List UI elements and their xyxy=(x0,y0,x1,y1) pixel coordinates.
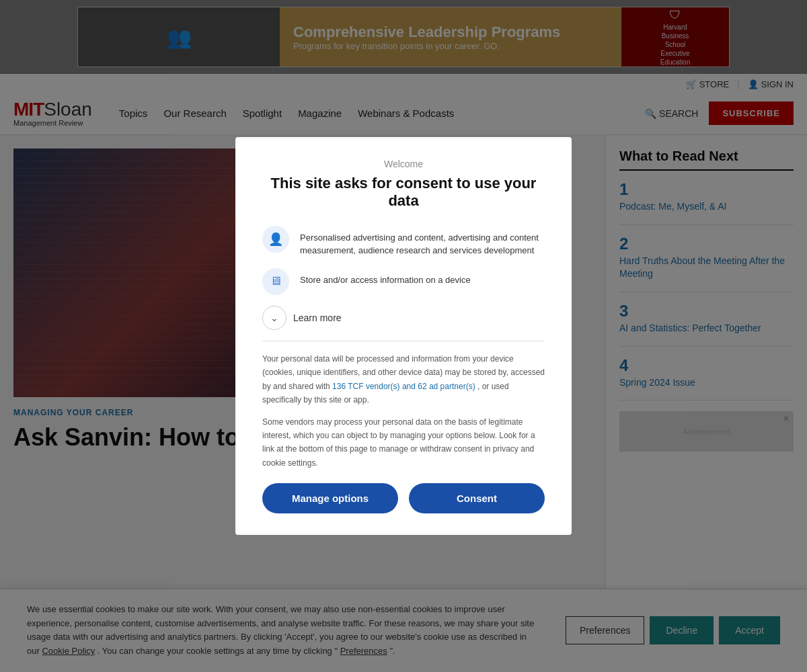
consent-modal: Welcome This site asks for consent to us… xyxy=(235,137,572,535)
modal-body-2: Some vendors may process your personal d… xyxy=(262,415,545,470)
manage-options-button[interactable]: Manage options xyxy=(262,483,398,513)
modal-learn-more: ⌄ Learn more xyxy=(262,306,545,330)
learn-more-toggle[interactable]: ⌄ xyxy=(262,306,286,330)
modal-overlay: Welcome This site asks for consent to us… xyxy=(0,0,807,672)
modal-divider xyxy=(262,341,545,341)
modal-title: This site asks for consent to use your d… xyxy=(262,175,545,210)
modal-feature-1-text: Personalised advertising and content, ad… xyxy=(300,226,545,257)
modal-body-1: Your personal data will be processed and… xyxy=(262,352,545,407)
modal-feature-1: 👤 Personalised advertising and content, … xyxy=(262,226,545,257)
learn-more-label: Learn more xyxy=(293,312,342,323)
vendor-link[interactable]: 136 TCF vendor(s) and 62 ad partner(s) xyxy=(332,382,475,391)
modal-feature-2: 🖥 Store and/or access information on a d… xyxy=(262,268,545,295)
modal-welcome: Welcome xyxy=(262,159,545,169)
consent-button[interactable]: Consent xyxy=(409,483,545,513)
modal-feature-2-text: Store and/or access information on a dev… xyxy=(300,268,471,287)
device-store-icon: 🖥 xyxy=(262,268,289,295)
personalized-ad-icon: 👤 xyxy=(262,226,289,253)
modal-buttons: Manage options Consent xyxy=(262,483,545,513)
